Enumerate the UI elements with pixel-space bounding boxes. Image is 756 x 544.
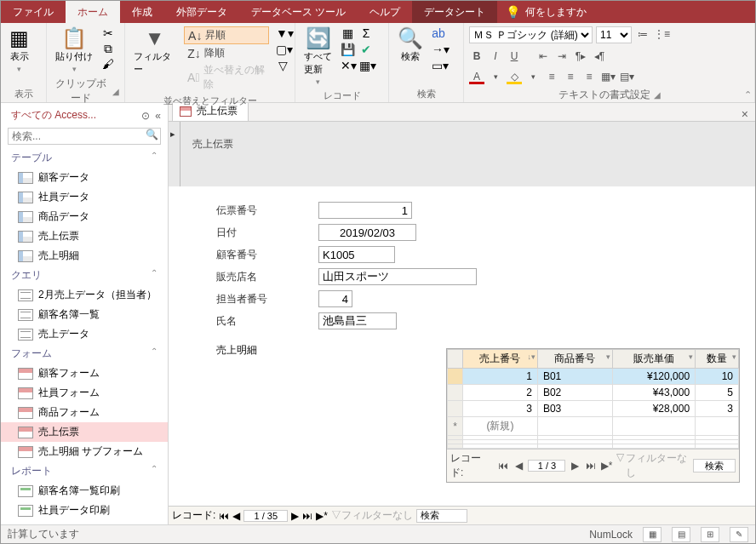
- table-new-row[interactable]: *(新規): [448, 417, 739, 436]
- close-tab-button[interactable]: ×: [742, 107, 748, 121]
- nav-last-button[interactable]: ⏭: [585, 460, 597, 472]
- nav-cat-reports[interactable]: レポート⌃: [1, 461, 168, 481]
- layout-view-button[interactable]: ⊞: [701, 527, 719, 542]
- spelling-icon[interactable]: ✔: [359, 43, 373, 56]
- advanced-filter-icon[interactable]: ▢▾: [276, 43, 289, 56]
- filter-button[interactable]: ▼フィルター: [130, 26, 179, 77]
- nav-table-item[interactable]: 売上明細: [1, 246, 168, 266]
- selection-filter-icon[interactable]: ▼▾: [276, 26, 289, 40]
- inc-indent-icon[interactable]: ⇥: [554, 49, 570, 64]
- field-custno[interactable]: [318, 246, 395, 263]
- table-row[interactable]: 2B02¥43,0005: [448, 385, 739, 401]
- numbering-icon[interactable]: ⋮≡: [654, 26, 669, 42]
- nav-first-button[interactable]: ⏮: [497, 460, 509, 472]
- form-search-input[interactable]: [416, 509, 467, 523]
- field-staffname[interactable]: [318, 312, 397, 329]
- nav-first-button[interactable]: ⏮: [219, 510, 229, 522]
- refresh-all-button[interactable]: 🔄すべて 更新▾: [301, 26, 335, 88]
- ltr-icon[interactable]: ¶▸: [573, 49, 588, 64]
- nav-cat-queries[interactable]: クエリ⌃: [1, 266, 168, 285]
- col-qty[interactable]: 数量▾: [696, 350, 739, 369]
- select-icon[interactable]: ▭▾: [432, 59, 445, 72]
- nav-new-button[interactable]: ▶*: [316, 510, 328, 522]
- nav-query-item[interactable]: 2月売上データ（担当者）: [1, 285, 168, 305]
- nav-next-button[interactable]: ▶: [569, 460, 581, 472]
- font-name-select[interactable]: ＭＳ Ｐゴシック (詳細): [469, 26, 593, 43]
- menu-home[interactable]: ホーム: [66, 1, 120, 23]
- new-record-icon[interactable]: ▦: [341, 26, 354, 40]
- sort-asc-button[interactable]: A↓昇順: [184, 26, 269, 44]
- sort-desc-button[interactable]: Z↓降順: [184, 45, 269, 61]
- nav-form-item[interactable]: 売上伝票: [1, 422, 168, 442]
- design-view-button[interactable]: ✎: [730, 527, 748, 542]
- menu-external[interactable]: 外部データ: [164, 1, 239, 23]
- nav-cat-tables[interactable]: テーブル⌃: [1, 148, 168, 168]
- nav-prev-button[interactable]: ◀: [513, 460, 524, 472]
- italic-button[interactable]: I: [488, 49, 503, 64]
- fill-color-button[interactable]: ◇: [507, 69, 522, 84]
- rtl-icon[interactable]: ◂¶: [592, 49, 607, 64]
- nav-title[interactable]: すべての Access...: [11, 108, 96, 123]
- field-store[interactable]: [318, 268, 477, 285]
- delete-record-icon[interactable]: ✕▾: [341, 59, 354, 72]
- nav-form-item[interactable]: 顧客フォーム: [1, 364, 168, 383]
- nav-next-button[interactable]: ▶: [291, 510, 299, 522]
- nav-menu-button[interactable]: ⊙: [141, 110, 150, 122]
- nav-form-item[interactable]: 売上明細 サブフォーム: [1, 442, 168, 461]
- record-selector[interactable]: [169, 122, 180, 186]
- view-button[interactable]: ▦表示▾: [6, 26, 32, 75]
- font-color-button[interactable]: A: [469, 69, 484, 84]
- col-prodno[interactable]: 商品番号▾: [537, 350, 612, 369]
- replace-icon[interactable]: ab: [432, 26, 445, 40]
- nav-cat-forms[interactable]: フォーム⌃: [1, 344, 168, 364]
- nav-report-item[interactable]: 社員データ印刷: [1, 501, 168, 520]
- datasheet-view-button[interactable]: ▤: [672, 527, 690, 542]
- toggle-filter-icon[interactable]: ▽: [276, 59, 289, 72]
- format-painter-icon[interactable]: 🖌: [101, 57, 115, 71]
- col-saleno[interactable]: 売上番号↓▾: [463, 350, 538, 369]
- nav-form-item[interactable]: 商品フォーム: [1, 403, 168, 422]
- field-slipno[interactable]: [318, 202, 412, 219]
- nav-last-button[interactable]: ⏭: [302, 510, 312, 522]
- col-price[interactable]: 販売単価▾: [612, 350, 695, 369]
- field-date[interactable]: [318, 224, 416, 241]
- search-icon[interactable]: 🔍: [143, 129, 160, 144]
- nav-pos-input[interactable]: [243, 510, 288, 522]
- nav-collapse-button[interactable]: «: [155, 110, 161, 122]
- menu-datasheet[interactable]: データシート: [412, 1, 497, 23]
- bullets-icon[interactable]: ≔: [635, 26, 650, 42]
- save-record-icon[interactable]: 💾: [341, 43, 354, 56]
- nav-query-item[interactable]: 顧客名簿一覧: [1, 305, 168, 324]
- align-center-button[interactable]: ≡: [563, 69, 578, 84]
- menu-help[interactable]: ヘルプ: [358, 1, 412, 23]
- tell-me[interactable]: 💡 何をしますか: [497, 1, 595, 23]
- cut-icon[interactable]: ✂: [101, 26, 115, 40]
- align-left-button[interactable]: ≡: [544, 69, 559, 84]
- nav-pos-input[interactable]: [528, 460, 565, 472]
- nav-prev-button[interactable]: ◀: [232, 510, 240, 522]
- goto-icon[interactable]: →▾: [432, 43, 445, 56]
- field-staffno[interactable]: [318, 290, 352, 307]
- dec-indent-icon[interactable]: ⇤: [536, 49, 551, 64]
- copy-icon[interactable]: ⧉: [101, 42, 115, 55]
- nav-query-item[interactable]: 売上データ: [1, 324, 168, 344]
- nav-new-button[interactable]: ▶*: [600, 460, 612, 472]
- textfmt-launcher[interactable]: ◢: [654, 90, 661, 100]
- table-row[interactable]: 3B03¥28,0003: [448, 401, 739, 417]
- bold-button[interactable]: B: [469, 49, 484, 64]
- menu-dbtools[interactable]: データベース ツール: [239, 1, 358, 23]
- clipboard-launcher[interactable]: ◢: [112, 87, 119, 96]
- menu-create[interactable]: 作成: [120, 1, 164, 23]
- nav-search-input[interactable]: [9, 129, 143, 144]
- nav-form-item[interactable]: 社員フォーム: [1, 383, 168, 403]
- nav-table-item[interactable]: 売上伝票: [1, 226, 168, 246]
- underline-button[interactable]: U: [507, 49, 522, 64]
- table-row[interactable]: 1B01¥120,00010: [448, 369, 739, 385]
- menu-file[interactable]: ファイル: [1, 1, 66, 23]
- more-records-icon[interactable]: ▦▾: [359, 59, 373, 72]
- table-row[interactable]: [448, 444, 739, 449]
- subform-search-input[interactable]: [693, 459, 736, 472]
- nav-table-item[interactable]: 商品データ: [1, 207, 168, 226]
- find-button[interactable]: 🔍検索: [394, 26, 427, 65]
- nav-report-item[interactable]: 顧客名簿一覧印刷: [1, 481, 168, 501]
